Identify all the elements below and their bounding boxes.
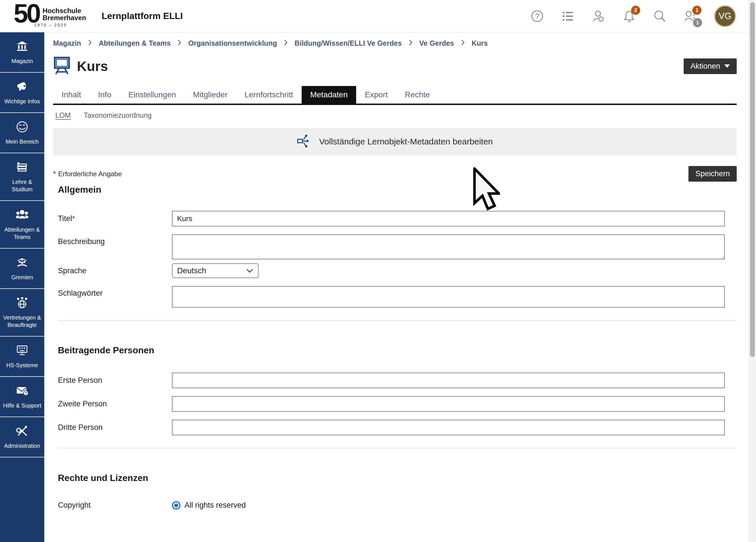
section-heading-beitragende: Beitragende Personen [58,345,737,356]
edit-full-metadata-banner[interactable]: Vollständige Lernobjekt-Metadaten bearbe… [53,128,737,155]
sidebar-item-magazin[interactable]: Magazin [0,32,44,73]
chevron-down-icon [246,268,253,273]
section-divider [58,448,737,448]
tab-lernfortschritt[interactable]: Lernfortschritt [236,86,302,104]
vertical-scrollbar[interactable] [749,0,756,542]
list-icon[interactable] [561,9,575,23]
bank-icon [16,40,29,54]
breadcrumb-item[interactable]: Kurs [472,39,488,47]
copyright-option-label: All rights reserved [184,501,246,510]
copyright-label: Copyright [58,501,172,510]
books-icon [16,161,29,175]
lom-form: Allgemein Titel* Beschreibung Sprache De… [53,184,737,510]
header-icon-bar: ? ! 2 [530,5,736,27]
zweite-person-label: Zweite Person [58,400,172,408]
zweite-person-row: Zweite Person [58,396,737,412]
sidebar-item-label: Lehre & Studium [2,178,43,193]
sidebar-filler [0,457,44,542]
sprache-label: Sprache [58,266,172,275]
chevron-right-icon [88,39,92,47]
svg-text:!: ! [600,17,602,21]
help-icon[interactable]: ? [530,9,544,23]
schlagwoerter-label: Schlagwörter [58,286,172,298]
breadcrumb-item[interactable]: Organisationsentwicklung [188,39,277,47]
dritte-person-row: Dritte Person [58,420,737,435]
copyright-row: Copyright All rights reserved [58,501,737,510]
form-header-row: * Erforderliche Angabe Speichern [53,166,737,182]
user-alert-icon[interactable]: ! [591,9,606,23]
contacts-new-badge: 1 [692,6,702,15]
avatar[interactable]: VG [714,5,736,27]
scrollbar-thumb[interactable] [750,2,755,357]
metadata-node-icon [297,134,312,150]
chevron-right-icon [409,39,413,47]
sidebar-item-administration[interactable]: Administration [0,417,44,457]
breadcrumb-item[interactable]: Bildung/Wissen/ELLI Ve Gerdes [295,39,402,47]
university-logo[interactable]: 50 Hochschule Bremerhaven 1975 – 2025 [14,2,81,30]
sidebar-item-hs-systeme[interactable]: HS-Systeme [0,337,44,377]
tab-einstellungen[interactable]: Einstellungen [120,86,184,104]
erste-person-label: Erste Person [58,376,172,385]
sprache-row: Sprache Deutsch [58,263,737,278]
tab-export[interactable]: Export [356,86,396,104]
sprache-selected-value: Deutsch [177,266,206,275]
breadcrumb-item[interactable]: Magazin [53,39,81,47]
sidebar-item-wichtige-infos[interactable]: Wichtige Infos [0,73,44,113]
contacts-icon[interactable]: 1 1 [683,9,698,23]
subtab-taxonomiezuordnung[interactable]: Taxonomiezuordnung [84,111,152,119]
logo-years: 1975 – 2025 [34,22,67,27]
zweite-person-input[interactable] [172,396,725,412]
smiley-icon [16,120,29,135]
chevron-down-icon [724,64,730,68]
chevron-right-icon [461,39,465,47]
tab-inhalt[interactable]: Inhalt [53,86,90,104]
beschreibung-textarea[interactable] [172,234,725,259]
sidebar-item-gremien[interactable]: Gremien [0,249,44,289]
page-title: Kurs [77,58,108,74]
megaphone-icon [16,80,29,94]
schlagwoerter-input[interactable] [172,286,725,308]
sidebar-item-label: Hilfe & Support [3,402,41,409]
section-heading-rechte: Rechte und Lizenzen [58,473,737,483]
sidebar-item-hilfe-support[interactable]: ? Hilfe & Support [0,377,44,417]
aktionen-button[interactable]: Aktionen [684,58,737,74]
dritte-person-input[interactable] [172,420,725,435]
tab-rechte[interactable]: Rechte [396,86,438,104]
mail-question-icon: ? [16,384,29,398]
assembly-icon [16,256,29,270]
notifications-badge: 2 [631,6,640,15]
speichern-button[interactable]: Speichern [688,166,737,182]
bell-icon[interactable]: 2 [622,9,636,23]
tab-mitglieder[interactable]: Mitglieder [184,86,236,104]
sidebar-item-label: Abteilungen & Teams [2,226,43,241]
copyright-radio-selected[interactable] [172,501,180,510]
sidebar-item-label: HS-Systeme [6,362,38,369]
sidebar-item-vertretungen[interactable]: Vertretungen & Beauftragte [0,289,44,337]
tab-metadaten[interactable]: Metadaten [302,86,356,104]
svg-text:?: ? [535,12,539,20]
required-marker: * [72,214,75,223]
tab-bar: Inhalt Info Einstellungen Mitglieder Ler… [53,86,737,105]
search-icon[interactable] [653,9,667,23]
breadcrumb-item[interactable]: Abteilungen & Teams [99,39,171,47]
monitor-icon [16,344,29,358]
breadcrumb-item[interactable]: Ve Gerdes [419,39,454,47]
subtab-lom[interactable]: LOM [55,111,71,119]
tab-info[interactable]: Info [90,86,120,104]
logo-line1: Hochschule [43,7,86,14]
titel-label: Titel* [58,214,172,223]
beschreibung-row: Beschreibung [58,234,737,261]
page-title-row: Kurs Aktionen [53,56,737,76]
titel-input[interactable] [172,211,725,226]
sidebar-item-label: Wichtige Infos [4,98,40,105]
erste-person-input[interactable] [172,373,725,388]
dritte-person-label: Dritte Person [58,423,172,432]
sidebar-item-label: Vertretungen & Beauftragte [2,314,43,329]
sprache-select[interactable]: Deutsch [172,263,259,278]
sidebar-item-mein-bereich[interactable]: Mein Bereich [0,113,44,153]
section-divider [58,320,737,321]
section-heading-allgemein: Allgemein [58,184,737,195]
app-title: Lernplattform ELLI [102,11,183,21]
sidebar-item-abteilungen-teams[interactable]: Abteilungen & Teams [0,201,44,249]
sidebar-item-lehre-studium[interactable]: Lehre & Studium [0,153,44,201]
